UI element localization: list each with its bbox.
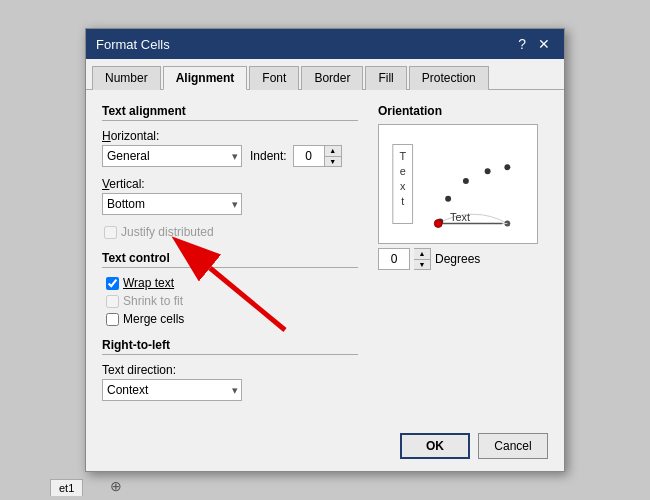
justify-distributed-label: Justify distributed — [121, 225, 214, 239]
svg-text:e: e — [400, 165, 406, 177]
orientation-title: Orientation — [378, 104, 442, 118]
wrap-text-group: Wrap text — [106, 276, 358, 290]
tab-protection[interactable]: Protection — [409, 66, 489, 90]
vertical-field: Vertical: Bottom — [102, 177, 358, 215]
shrink-to-fit-label: Shrink to fit — [123, 294, 183, 308]
merge-cells-checkbox[interactable] — [106, 313, 119, 326]
dialog-body: Text alignment Horizontal: General In — [86, 90, 564, 425]
svg-text:x: x — [400, 180, 406, 192]
justify-distributed-checkbox[interactable] — [104, 226, 117, 239]
indent-label: Indent: — [250, 149, 287, 163]
tab-border[interactable]: Border — [301, 66, 363, 90]
merge-cells-group: Merge cells — [106, 312, 358, 326]
svg-point-3 — [445, 196, 451, 202]
indent-spinner-buttons: ▲ ▼ — [325, 145, 342, 167]
orientation-container: Orientation — [378, 104, 548, 270]
horizontal-field: Horizontal: General Indent: — [102, 129, 358, 167]
shrink-to-fit-group: Shrink to fit — [106, 294, 358, 308]
indent-up-button[interactable]: ▲ — [325, 146, 341, 157]
degrees-input[interactable] — [378, 248, 410, 270]
horizontal-label-rest: orizontal: — [111, 129, 160, 143]
tab-fill[interactable]: Fill — [365, 66, 406, 90]
shrink-to-fit-checkbox[interactable] — [106, 295, 119, 308]
dialog-footer: OK Cancel — [86, 425, 564, 471]
vertical-label-rest: ertical: — [109, 177, 144, 191]
degrees-spinner-buttons: ▲ ▼ — [414, 248, 431, 270]
text-direction-select[interactable]: Context Left-to-Right Right-to-Left — [102, 379, 242, 401]
text-direction-select-wrapper: Context Left-to-Right Right-to-Left — [102, 379, 242, 401]
text-direction-label: Text direction: — [102, 363, 358, 377]
tab-bar: Number Alignment Font Border Fill Protec… — [86, 59, 564, 90]
wrap-text-checkbox[interactable] — [106, 277, 119, 290]
tab-alignment[interactable]: Alignment — [163, 66, 248, 90]
help-button[interactable]: ? — [514, 37, 530, 51]
svg-point-6 — [504, 164, 510, 170]
merge-cells-label: Merge cells — [123, 312, 184, 326]
tab-number[interactable]: Number — [92, 66, 161, 90]
vertical-select-wrapper: Bottom — [102, 193, 242, 215]
svg-text:t: t — [401, 195, 404, 207]
vertical-select[interactable]: Bottom — [102, 193, 242, 215]
justify-distributed-group: Justify distributed — [104, 225, 358, 239]
svg-text:Text: Text — [450, 211, 470, 223]
left-panel: Text alignment Horizontal: General In — [102, 104, 358, 411]
dialog-title: Format Cells — [96, 37, 170, 52]
horizontal-select[interactable]: General — [102, 145, 242, 167]
svg-point-8 — [434, 220, 442, 228]
indent-input[interactable] — [293, 145, 325, 167]
close-button[interactable]: ✕ — [534, 37, 554, 51]
horizontal-label-text: H — [102, 129, 111, 143]
orientation-box: Text T e x t — [378, 124, 538, 244]
horizontal-label: Horizontal: — [102, 129, 358, 143]
format-cells-dialog: Format Cells ? ✕ Number Alignment Font B… — [85, 28, 565, 472]
horizontal-dropdown-row: General Indent: ▲ ▼ — [102, 145, 358, 167]
tab-font[interactable]: Font — [249, 66, 299, 90]
degrees-label: Degrees — [435, 252, 480, 266]
cancel-button[interactable]: Cancel — [478, 433, 548, 459]
degrees-down-button[interactable]: ▼ — [414, 260, 430, 270]
titlebar-buttons: ? ✕ — [514, 37, 554, 51]
horizontal-select-wrapper: General — [102, 145, 242, 167]
text-direction-field: Text direction: Context Left-to-Right Ri… — [102, 363, 358, 401]
orientation-dial-svg: Text T e x t — [379, 124, 537, 244]
text-alignment-section-title: Text alignment — [102, 104, 358, 121]
degrees-up-button[interactable]: ▲ — [414, 249, 430, 260]
svg-point-4 — [463, 178, 469, 184]
degrees-row: ▲ ▼ Degrees — [378, 248, 480, 270]
indent-spinner: ▲ ▼ — [293, 145, 342, 167]
indent-group: Indent: ▲ ▼ — [250, 145, 342, 167]
vertical-label: Vertical: — [102, 177, 358, 191]
svg-text:T: T — [399, 150, 406, 162]
dialog-titlebar: Format Cells ? ✕ — [86, 29, 564, 59]
svg-point-5 — [485, 168, 491, 174]
orientation-panel: Orientation — [378, 104, 548, 411]
text-control-section-title: Text control — [102, 251, 358, 268]
wrap-text-label: Wrap text — [123, 276, 174, 290]
rtl-section-title: Right-to-left — [102, 338, 358, 355]
ok-button[interactable]: OK — [400, 433, 470, 459]
indent-down-button[interactable]: ▼ — [325, 157, 341, 167]
